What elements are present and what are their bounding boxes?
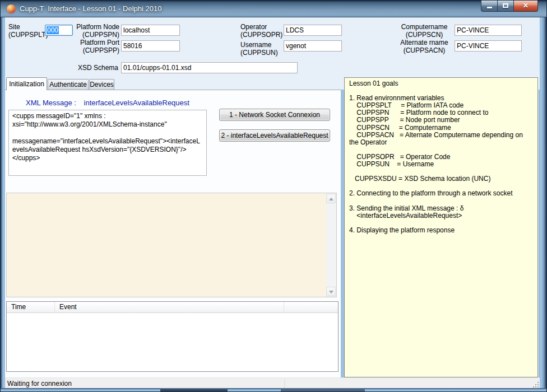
alternate-computername-input[interactable] [455, 40, 522, 52]
desktop-peek [281, 389, 365, 391]
titlebar: Cupp-T Interface - Lesson 01 - Delphi 20… [1, 1, 546, 17]
minimize-icon [487, 7, 492, 8]
site-input[interactable]: 000 [45, 25, 73, 36]
platform-node-input[interactable] [121, 25, 180, 36]
arrow-down-icon [329, 291, 333, 293]
xsd-schema-input[interactable] [121, 62, 298, 73]
operator-label: Operator (CUPPSOPR) [240, 23, 282, 39]
tab-authenticate[interactable]: Authenticate [48, 79, 89, 90]
column-header-filler [284, 302, 338, 312]
xml-message-label: XML Message : [26, 99, 76, 107]
column-header-time[interactable]: Time [7, 302, 55, 312]
desktop-peek [160, 389, 228, 391]
window-border-left [1, 17, 5, 392]
alternate-computername-label: Alternate rname (CUPPSACN) [396, 39, 453, 54]
app-window: Cupp-T Interface - Lesson 01 - Delphi 20… [0, 0, 547, 392]
column-header-event[interactable]: Event [55, 302, 284, 312]
platform-node-label: Platform Node (CUPPSPN) [73, 23, 119, 39]
status-text: Waiting for connexion [7, 380, 72, 388]
xsd-schema-label: XSD Schema [73, 64, 118, 72]
username-input[interactable] [284, 40, 342, 52]
app-icon[interactable] [7, 4, 16, 13]
xml-message-name: interfaceLevelsAvailableRequest [84, 99, 189, 107]
arrow-up-icon [329, 198, 333, 200]
interface-levels-request-button[interactable]: 2 - interfaceLevelsAvailableRequest [219, 129, 330, 142]
event-log-table: Time Event [6, 301, 339, 372]
response-memo[interactable] [6, 193, 337, 297]
close-button[interactable]: ✕ [514, 1, 538, 12]
resize-grip[interactable] [533, 382, 539, 388]
window-controls: ✕ [481, 1, 538, 12]
scroll-down-button[interactable] [326, 287, 336, 296]
computername-input[interactable] [455, 25, 522, 36]
window-border-right [539, 17, 546, 392]
window-title: Cupp-T Interface - Lesson 01 - Delphi 20… [20, 4, 161, 13]
lesson-goals-panel: Lesson 01 goals 1. Read environnment var… [344, 77, 538, 377]
network-socket-button[interactable]: 1 - Network Socket Connexion [219, 109, 330, 121]
computername-label: Computername (CUPPSCN) [396, 23, 453, 39]
maximize-icon [503, 3, 508, 8]
xml-message-heading: XML Message : interfaceLevelsAvailableRe… [8, 99, 207, 107]
event-log-header: Time Event [7, 302, 338, 313]
window-border-bottom [1, 388, 546, 391]
site-value-selected: 000 [47, 26, 59, 34]
tab-devices[interactable]: Devices [89, 79, 114, 90]
operator-input[interactable] [284, 25, 342, 36]
site-label: Site (CUPPSPLT) [8, 23, 48, 39]
xml-message-box[interactable]: <cupps messageID="1" xmlns : xsi="http:/… [8, 110, 207, 176]
status-bar: Waiting for connexion [5, 377, 540, 389]
username-label: Username (CUPPSUN) [240, 41, 278, 57]
status-separator [285, 379, 285, 389]
platform-port-input[interactable] [121, 40, 180, 52]
close-icon: ✕ [514, 2, 537, 10]
maximize-button[interactable] [498, 1, 514, 12]
memo-scrollbar[interactable] [326, 194, 336, 296]
platform-port-label: Platform Port (CUPPSPP) [73, 39, 119, 54]
tab-initialization[interactable]: Initialization [6, 77, 47, 90]
scroll-up-button[interactable] [326, 194, 336, 203]
minimize-button[interactable] [481, 1, 498, 12]
